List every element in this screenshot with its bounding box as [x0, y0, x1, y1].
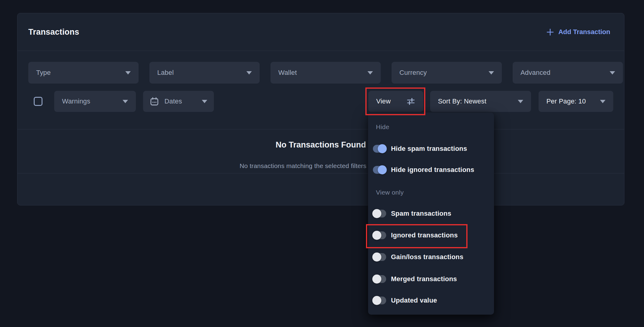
toggle-knob: [372, 275, 381, 284]
chevron-down-icon: [600, 100, 605, 103]
filter-label[interactable]: Label: [149, 62, 260, 84]
empty-state-divider: [17, 173, 624, 173]
filter-advanced-label: Advanced: [521, 69, 550, 77]
toggle-knob: [378, 165, 387, 174]
toggle-switch[interactable]: [373, 297, 386, 304]
page-title: Transactions: [28, 27, 79, 37]
per-page-dropdown[interactable]: Per Page: 10: [539, 91, 613, 112]
add-transaction-label: Add Transaction: [558, 28, 610, 36]
toggle-switch[interactable]: [373, 275, 386, 283]
menu-item-hide-ignored-transactions[interactable]: Hide ignored transactions: [368, 163, 494, 177]
menu-item-spam-transactions[interactable]: Spam transactions: [368, 206, 494, 221]
empty-state-subtitle: No transactions matching the selected fi…: [17, 162, 624, 170]
header-divider: [17, 51, 624, 51]
sort-by-label: Sort By: Newest: [438, 97, 486, 105]
card-header: Transactions Add Transaction: [17, 13, 624, 51]
toggle-switch[interactable]: [373, 210, 386, 217]
filter-warnings[interactable]: Warnings: [54, 91, 136, 112]
filter-dates-label: Dates: [164, 97, 182, 105]
filter-currency-label: Currency: [399, 69, 427, 77]
toggle-switch[interactable]: [373, 166, 386, 174]
chevron-down-icon: [489, 71, 494, 75]
empty-state-title: No Transactions Found: [17, 140, 624, 150]
toggle-switch[interactable]: [373, 145, 386, 153]
filter-wallet-label: Wallet: [278, 69, 297, 77]
filter-advanced[interactable]: Advanced: [513, 62, 623, 84]
menu-item-label: Hide spam transactions: [391, 141, 467, 156]
filter-currency[interactable]: Currency: [392, 62, 502, 84]
menu-item-ignored-transactions[interactable]: Ignored transactions: [368, 228, 494, 243]
menu-item-label: Spam transactions: [391, 206, 451, 221]
toggle-knob: [378, 144, 387, 153]
chevron-down-icon: [610, 71, 615, 75]
menu-item-updated-value[interactable]: Updated value: [368, 293, 494, 308]
filters-divider: [17, 129, 624, 129]
filter-label-label: Label: [157, 69, 174, 77]
chevron-down-icon: [202, 100, 207, 103]
menu-item-label: Hide ignored transactions: [391, 163, 474, 177]
filter-type[interactable]: Type: [28, 62, 139, 84]
menu-item-gain-loss-transactions[interactable]: Gain/loss transactions: [368, 250, 494, 264]
chevron-down-icon: [125, 71, 131, 75]
chevron-down-icon: [518, 100, 523, 103]
chevron-down-icon: [367, 71, 373, 75]
menu-section-header-view-only: View only: [376, 189, 404, 196]
toggle-knob: [372, 209, 381, 218]
menu-item-hide-spam-transactions[interactable]: Hide spam transactions: [368, 141, 494, 156]
filter-wallet[interactable]: Wallet: [270, 62, 381, 84]
toggle-switch[interactable]: [373, 231, 386, 239]
calendar-icon: [150, 97, 159, 106]
menu-section-header-hide: Hide: [376, 123, 389, 131]
toggle-knob: [372, 296, 381, 305]
menu-item-label: Merged transactions: [391, 272, 457, 286]
menu-item-label: Gain/loss transactions: [391, 250, 463, 264]
filter-dates[interactable]: Dates: [143, 91, 214, 112]
chevron-down-icon: [123, 100, 128, 103]
toggle-switch[interactable]: [373, 253, 386, 261]
filter-type-label: Type: [36, 69, 51, 77]
select-all-checkbox[interactable]: [34, 97, 42, 106]
add-transaction-button[interactable]: Add Transaction: [546, 28, 610, 36]
menu-item-label: Updated value: [391, 293, 437, 308]
view-button[interactable]: View: [368, 91, 423, 112]
toggle-knob: [372, 252, 381, 262]
menu-item-label: Ignored transactions: [391, 228, 458, 243]
dates-button-content: Dates: [150, 97, 182, 106]
sort-by-dropdown[interactable]: Sort By: Newest: [430, 91, 531, 112]
plus-icon: [546, 28, 554, 36]
per-page-label: Per Page: 10: [546, 97, 586, 105]
page: { "header": { "title": "Transactions", "…: [0, 0, 644, 327]
transactions-card: Transactions Add Transaction Type Label …: [17, 13, 624, 205]
filter-warnings-label: Warnings: [62, 97, 90, 105]
view-menu-panel: Hide Hide spam transactions Hide ignored…: [368, 113, 494, 315]
toggle-knob: [372, 231, 381, 240]
chevron-down-icon: [246, 71, 252, 75]
view-button-label: View: [376, 97, 391, 105]
tune-sliders-icon: [406, 97, 415, 106]
menu-item-merged-transactions[interactable]: Merged transactions: [368, 272, 494, 286]
